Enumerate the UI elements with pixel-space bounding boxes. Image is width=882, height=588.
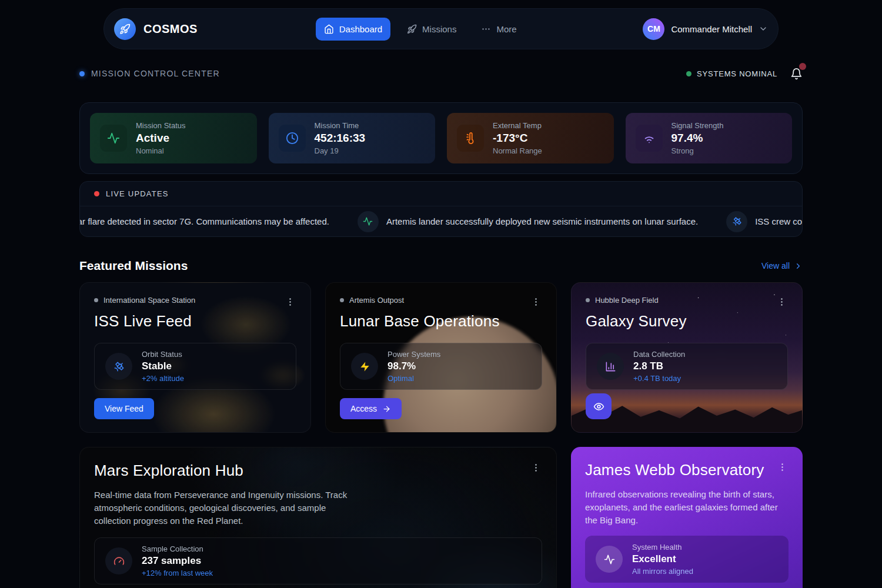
stat-value: Excellent (632, 553, 693, 565)
activity-icon (100, 125, 127, 152)
mission-card-lunar: Artemis Outpost Lunar Base Operations Po… (325, 282, 557, 433)
live-dot (94, 191, 99, 196)
rocket-logo-icon (114, 18, 136, 40)
mission-title: Lunar Base Operations (340, 312, 542, 330)
mission-card-galaxy: Hubble Deep Field Galaxy Survey Data Col… (571, 282, 803, 433)
stat-label: Orbit Status (142, 350, 184, 359)
kebab-menu-icon[interactable] (530, 296, 542, 308)
rocket-icon (407, 24, 417, 34)
ticker-text: Solar flare detected in sector 7G. Commu… (80, 216, 329, 226)
mission-card-iss: International Space Station ISS Live Fee… (79, 282, 311, 433)
notifications-button[interactable] (790, 68, 803, 80)
view-feed-button[interactable]: View Feed (94, 398, 154, 419)
stat-delta: +12% from last week (142, 569, 213, 577)
stat-label: Mission Time (315, 121, 366, 130)
gauge-icon (105, 547, 132, 574)
kebab-menu-icon[interactable] (776, 296, 788, 308)
stat-sub: Day 19 (315, 146, 366, 155)
mission-stat-box: Sample Collection 237 samples +12% from … (94, 537, 542, 584)
stat-value: Active (136, 132, 186, 145)
nav-item-dashboard[interactable]: Dashboard (316, 18, 390, 41)
activity-icon (358, 211, 379, 232)
button-label: View Feed (105, 404, 143, 413)
nav-item-label: More (496, 24, 516, 34)
stat-label: Signal Strength (671, 121, 724, 130)
stat-sub: Strong (671, 146, 724, 155)
satellite-icon (105, 353, 132, 380)
stat-label: Data Collection (633, 350, 685, 359)
mission-card-webb: James Webb Observatory Infrared observat… (571, 447, 803, 588)
mission-stat-box: Data Collection 2.8 TB +0.4 TB today (586, 343, 788, 390)
ticker-item: Solar flare detected in sector 7G. Commu… (80, 211, 329, 232)
green-status-dot (686, 71, 691, 76)
mission-tag: Artemis Outpost (340, 296, 404, 305)
eye-icon (593, 401, 604, 412)
stat-label: Power Systems (387, 350, 440, 359)
stat-label: Sample Collection (142, 544, 213, 553)
stat-delta: All mirrors aligned (632, 567, 693, 576)
brand-name: COSMOS (143, 22, 198, 36)
mission-stat-box: Orbit Status Stable +2% altitude (94, 343, 296, 390)
tag-dot (94, 298, 98, 302)
tag-dot (586, 298, 590, 302)
stat-sub: Normal Range (493, 146, 542, 155)
top-nav: COSMOS Dashboard Missions More CM Comman… (103, 8, 779, 49)
satellite-icon (726, 211, 747, 232)
mission-title: Galaxy Survey (586, 312, 788, 330)
live-updates-panel: LIVE UPDATES Solar flare detected in sec… (79, 181, 803, 237)
nav-item-more[interactable]: More (473, 18, 524, 41)
stat-sub: Nominal (136, 146, 186, 155)
mission-title: ISS Live Feed (94, 312, 296, 330)
mission-tag: International Space Station (94, 296, 195, 305)
systems-status-badge: SYSTEMS NOMINAL (686, 69, 777, 78)
button-label: Access (350, 404, 377, 413)
stat-card-external-temp: External Temp -173°C Normal Range (447, 113, 614, 163)
stat-label: System Health (632, 543, 693, 552)
featured-missions-title: Featured Missions (79, 259, 188, 273)
stat-value: 237 samples (142, 555, 213, 567)
mission-tag-label: Hubble Deep Field (595, 296, 659, 305)
stat-delta: Optimal (387, 374, 440, 383)
access-button[interactable]: Access (340, 398, 402, 419)
mission-tag: Hubble Deep Field (586, 296, 659, 305)
user-menu[interactable]: CM Commander Mitchell (643, 18, 768, 40)
stat-delta: +2% altitude (142, 374, 184, 383)
notification-dot (799, 63, 806, 70)
avatar: CM (643, 18, 664, 40)
stat-label: Mission Status (136, 121, 186, 130)
stat-value: 97.4% (671, 132, 724, 145)
mission-card-mars: Mars Exploration Hub Real-time data from… (79, 447, 557, 588)
stat-value: 452:16:33 (315, 132, 366, 145)
news-ticker: Solar flare detected in sector 7G. Commu… (80, 206, 802, 236)
nav-item-label: Dashboard (339, 24, 382, 34)
mission-tag-label: Artemis Outpost (349, 296, 404, 305)
stat-value: 98.7% (387, 360, 440, 372)
stat-card-signal-strength: Signal Strength 97.4% Strong (626, 113, 793, 163)
user-name: Commander Mitchell (671, 24, 752, 34)
mission-description: Real-time data from Perseverance and Ing… (94, 489, 360, 527)
statusbar: MISSION CONTROL CENTER SYSTEMS NOMINAL (79, 66, 803, 81)
tag-dot (340, 298, 344, 302)
activity-icon (596, 546, 623, 573)
bar-chart-icon (597, 353, 624, 380)
page-title: MISSION CONTROL CENTER (91, 69, 220, 78)
kebab-menu-icon[interactable] (530, 462, 542, 474)
kebab-menu-icon[interactable] (776, 461, 789, 473)
mission-description: Infrared observations revealing the birt… (585, 488, 789, 526)
blue-status-dot (79, 71, 85, 76)
clock-icon (279, 125, 306, 152)
ticker-item: Artemis lander successfully deployed new… (358, 211, 698, 232)
view-all-link[interactable]: View all (761, 261, 803, 270)
view-observations-button[interactable] (586, 393, 612, 419)
nav-menu: Dashboard Missions More (316, 18, 525, 41)
ellipsis-icon (481, 24, 491, 34)
nav-item-missions[interactable]: Missions (399, 18, 465, 41)
mission-title: Mars Exploration Hub (94, 462, 243, 480)
wifi-icon (636, 125, 663, 152)
mission-title: James Webb Observatory (585, 461, 764, 479)
kebab-menu-icon[interactable] (284, 296, 296, 308)
view-all-label: View all (761, 261, 790, 270)
chevron-right-icon (794, 262, 803, 270)
stat-value: 2.8 TB (633, 360, 685, 372)
nav-item-label: Missions (422, 24, 456, 34)
